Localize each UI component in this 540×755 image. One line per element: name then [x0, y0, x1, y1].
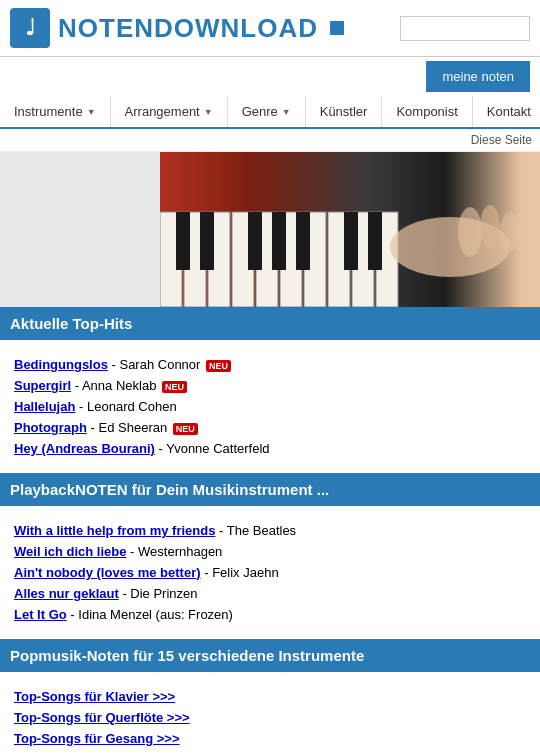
artist-text: - The Beatles [219, 523, 296, 538]
search-input[interactable] [400, 16, 530, 41]
playback-link-5[interactable]: Let It Go [14, 607, 67, 622]
top-hit-link-5[interactable]: Hey (Andreas Bourani) [14, 441, 155, 456]
chevron-down-icon: ▼ [282, 107, 291, 117]
svg-rect-11 [200, 212, 214, 270]
nav-item-instrumente[interactable]: Instrumente ▼ [0, 96, 111, 127]
nav-item-kuenstler[interactable]: Künstler [306, 96, 383, 127]
top-hits-list: Bedingungslos - Sarah Connor NEU Supergi… [14, 348, 526, 465]
artist-text: - Sarah Connor [112, 357, 201, 372]
artist-text: - Idina Menzel (aus: Frozen) [70, 607, 233, 622]
nav-label-arrangement: Arrangement [125, 104, 200, 119]
artist-text: - Westernhagen [130, 544, 222, 559]
top-songs-title: Popmusik-Noten für 15 verschiedene Instr… [10, 647, 364, 664]
header-right [400, 16, 530, 41]
logo-area: ♩ NOTENDOWNLOAD [10, 8, 344, 48]
nav-bar: Instrumente ▼ Arrangement ▼ Genre ▼ Küns… [0, 96, 540, 129]
nav-item-komponist[interactable]: Komponist [382, 96, 472, 127]
list-item: Weil ich dich liebe - Westernhagen [14, 541, 526, 562]
list-item: Top-Songs für Gesang >>> [14, 728, 526, 749]
top-songs-header: Popmusik-Noten für 15 verschiedene Instr… [0, 639, 540, 672]
top-songs-link-klavier[interactable]: Top-Songs für Klavier >>> [14, 689, 175, 704]
diese-seite-bar: Diese Seite [0, 129, 540, 152]
piano-keys-svg [160, 152, 540, 307]
neu-badge: NEU [206, 360, 231, 372]
playback-title: PlaybackNOTEN für Dein Musikinstrument .… [10, 481, 329, 498]
nav-item-arrangement[interactable]: Arrangement ▼ [111, 96, 228, 127]
top-hit-link-1[interactable]: Bedingungslos [14, 357, 108, 372]
svg-point-19 [480, 205, 500, 249]
list-item: Bedingungslos - Sarah Connor NEU [14, 354, 526, 375]
neu-badge: NEU [173, 423, 198, 435]
list-item: Alles nur geklaut - Die Prinzen [14, 583, 526, 604]
artist-text: - Anna Neklab [75, 378, 157, 393]
svg-point-20 [500, 212, 520, 252]
playback-link-4[interactable]: Alles nur geklaut [14, 586, 119, 601]
playback-link-3[interactable]: Ain't nobody (loves me better) [14, 565, 201, 580]
top-songs-list: Top-Songs für Klavier >>> Top-Songs für … [14, 680, 526, 755]
list-item: Top-Songs für Querflöte >>> [14, 707, 526, 728]
logo-square-decoration [330, 21, 344, 35]
nav-bar-outer: Instrumente ▼ Arrangement ▼ Genre ▼ Küns… [0, 96, 540, 129]
artist-text: - Ed Sheeran [91, 420, 168, 435]
svg-rect-12 [248, 212, 262, 270]
nav-label-komponist: Komponist [396, 104, 457, 119]
svg-rect-13 [272, 212, 286, 270]
list-item: Photograph - Ed Sheeran NEU [14, 417, 526, 438]
artist-text: - Leonard Cohen [79, 399, 177, 414]
meine-noten-button[interactable]: meine noten [426, 61, 530, 92]
top-hits-title: Aktuelle Top-Hits [10, 315, 132, 332]
artist-text: - Die Prinzen [122, 586, 197, 601]
top-hits-content: Bedingungslos - Sarah Connor NEU Supergi… [0, 340, 540, 473]
nav-label-genre: Genre [242, 104, 278, 119]
svg-rect-15 [344, 212, 358, 270]
playback-link-1[interactable]: With a little help from my friends [14, 523, 215, 538]
svg-rect-10 [176, 212, 190, 270]
top-hit-link-4[interactable]: Photograph [14, 420, 87, 435]
top-songs-link-gesang[interactable]: Top-Songs für Gesang >>> [14, 731, 180, 746]
list-item: Ain't nobody (loves me better) - Felix J… [14, 562, 526, 583]
playback-header: PlaybackNOTEN für Dein Musikinstrument .… [0, 473, 540, 506]
top-songs-link-querfloete[interactable]: Top-Songs für Querflöte >>> [14, 710, 190, 725]
meine-noten-row: meine noten [0, 57, 540, 96]
logo-icon: ♩ [10, 8, 50, 48]
list-item: Let It Go - Idina Menzel (aus: Frozen) [14, 604, 526, 625]
nav-label-kuenstler: Künstler [320, 104, 368, 119]
nav-label-kontakt: Kontakt [487, 104, 531, 119]
list-item: Supergirl - Anna Neklab NEU [14, 375, 526, 396]
playback-list: With a little help from my friends - The… [14, 514, 526, 631]
nav-item-genre[interactable]: Genre ▼ [228, 96, 306, 127]
nav-item-kontakt[interactable]: Kontakt [473, 96, 540, 127]
svg-rect-14 [296, 212, 310, 270]
list-item: Top-Songs für Klavier >>> [14, 686, 526, 707]
chevron-down-icon: ▼ [87, 107, 96, 117]
svg-point-18 [458, 207, 482, 257]
playback-content: With a little help from my friends - The… [0, 506, 540, 639]
chevron-down-icon: ▼ [204, 107, 213, 117]
top-hits-header: Aktuelle Top-Hits [0, 307, 540, 340]
top-songs-content: Top-Songs für Klavier >>> Top-Songs für … [0, 672, 540, 755]
list-item: Hallelujah - Leonard Cohen [14, 396, 526, 417]
playback-link-2[interactable]: Weil ich dich liebe [14, 544, 126, 559]
piano-visual [160, 152, 540, 307]
list-item: Hey (Andreas Bourani) - Yvonne Catterfel… [14, 438, 526, 459]
svg-rect-16 [368, 212, 382, 270]
list-item: With a little help from my friends - The… [14, 520, 526, 541]
list-item: Top-Songs für Saxophon >>> [14, 749, 526, 755]
artist-text: - Felix Jaehn [204, 565, 278, 580]
hero-image [0, 152, 540, 307]
header: ♩ NOTENDOWNLOAD [0, 0, 540, 57]
top-hit-link-2[interactable]: Supergirl [14, 378, 71, 393]
logo-text: NOTENDOWNLOAD [58, 13, 318, 44]
neu-badge: NEU [162, 381, 187, 393]
artist-text: - Yvonne Catterfeld [159, 441, 270, 456]
diese-seite-text: Diese Seite [471, 133, 532, 147]
nav-label-instrumente: Instrumente [14, 104, 83, 119]
top-hit-link-3[interactable]: Hallelujah [14, 399, 75, 414]
